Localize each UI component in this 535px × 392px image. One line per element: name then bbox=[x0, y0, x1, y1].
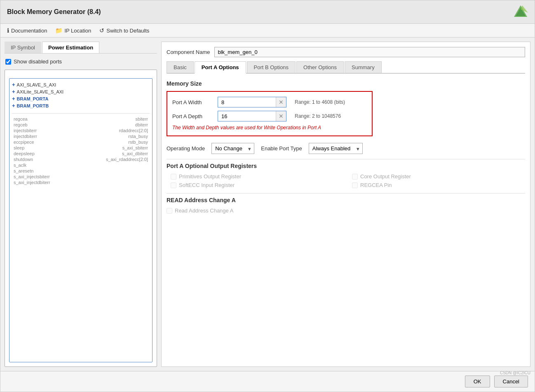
show-disabled-row: Show disabled ports bbox=[5, 57, 157, 66]
tab-port-a-options[interactable]: Port A Options bbox=[195, 61, 246, 74]
logo-icon bbox=[513, 5, 528, 19]
port-row: shutdown s_axi_rdaddrecc[2:0] bbox=[12, 156, 150, 162]
read-address-section: Read Address Change A bbox=[167, 208, 525, 214]
port-a-width-label: Port A Width bbox=[172, 99, 214, 105]
port-row: regcea sbiterr bbox=[12, 116, 150, 122]
left-panel: IP Symbol Power Estimation Show disabled… bbox=[5, 42, 157, 367]
primitives-output-checkbox[interactable] bbox=[171, 174, 176, 180]
folder-icon: 📁 bbox=[55, 27, 62, 34]
enable-port-type-select[interactable]: Always Enabled Use ENA Pin bbox=[309, 143, 363, 154]
main-content: IP Symbol Power Estimation Show disabled… bbox=[0, 37, 535, 371]
watermark: CSDN @IC2ICU bbox=[500, 371, 530, 375]
port-row: s_aclk bbox=[12, 162, 150, 168]
operating-mode-label: Operating Mode bbox=[167, 145, 205, 152]
port-a-depth-range: Range: 2 to 1048576 bbox=[295, 113, 341, 119]
read-address-label: Read Address Change A bbox=[175, 208, 233, 214]
operating-mode-select-container: No Change Read First Write First bbox=[211, 143, 254, 154]
core-output-label: Core Output Register bbox=[360, 173, 411, 180]
ip-location-button[interactable]: 📁 IP Location bbox=[55, 27, 91, 34]
info-icon: ℹ bbox=[7, 27, 9, 34]
tab-basic[interactable]: Basic bbox=[167, 61, 194, 73]
separator-2 bbox=[167, 193, 525, 194]
port-a-width-range: Range: 1 to 4608 (bits) bbox=[295, 99, 345, 105]
operating-mode-row: Operating Mode No Change Read First Writ… bbox=[167, 143, 525, 154]
tab-other-options[interactable]: Other Options bbox=[296, 61, 344, 73]
operating-mode-select[interactable]: No Change Read First Write First bbox=[211, 143, 254, 154]
enable-port-type-label: Enable Port Type bbox=[261, 145, 302, 152]
show-disabled-label: Show disabled ports bbox=[14, 58, 62, 65]
field-note: The Width and Depth values are used for … bbox=[172, 125, 367, 131]
ip-location-label: IP Location bbox=[64, 28, 91, 34]
softecc-input-checkbox[interactable] bbox=[171, 182, 176, 188]
switch-defaults-button[interactable]: ↺ Switch to Defaults bbox=[99, 27, 149, 34]
inner-tabs: Basic Port A Options Port B Options Othe… bbox=[167, 61, 525, 74]
tab-content: Memory Size Port A Width ✕ Range: 1 to 4… bbox=[167, 78, 525, 362]
read-address-title: READ Address Change A bbox=[167, 197, 525, 203]
core-output-checkbox[interactable] bbox=[352, 174, 358, 180]
tab-power-estimation[interactable]: Power Estimation bbox=[42, 42, 99, 53]
component-name-label: Component Name bbox=[167, 49, 210, 55]
port-axi-slave: + AXI_SLAVE_S_AXI bbox=[12, 81, 150, 88]
port-row: injectdbiterr rsta_busy bbox=[12, 133, 150, 139]
component-name-row: Component Name bbox=[167, 47, 525, 57]
primitives-output-label: Primitives Output Register bbox=[179, 173, 241, 180]
symbol-box: + AXI_SLAVE_S_AXI + AXILite_SLAVE_S_AXI … bbox=[9, 78, 153, 362]
port-row: s_axi_injectdbiterr bbox=[12, 180, 150, 185]
port-a-width-input[interactable] bbox=[218, 98, 276, 107]
refresh-icon: ↺ bbox=[99, 27, 104, 34]
checkbox-regcea: REGCEA Pin bbox=[352, 182, 525, 188]
optional-output-title: Port A Optional Output Registers bbox=[167, 163, 525, 169]
tab-ip-symbol[interactable]: IP Symbol bbox=[5, 42, 41, 53]
window-title: Block Memory Generator (8.4) bbox=[7, 8, 101, 16]
port-a-width-row: Port A Width ✕ Range: 1 to 4608 (bits) bbox=[172, 97, 367, 107]
symbol-area: + AXI_SLAVE_S_AXI + AXILite_SLAVE_S_AXI … bbox=[5, 70, 157, 367]
enable-port-type-select-container: Always Enabled Use ENA Pin bbox=[309, 143, 363, 154]
right-panel: Component Name Basic Port A Options Port… bbox=[161, 42, 530, 367]
memory-size-title: Memory Size bbox=[167, 80, 525, 87]
port-a-depth-clear-button[interactable]: ✕ bbox=[276, 111, 286, 121]
regcea-pin-checkbox[interactable] bbox=[352, 182, 358, 188]
documentation-button[interactable]: ℹ Documentation bbox=[7, 27, 47, 34]
toolbar: ℹ Documentation 📁 IP Location ↺ Switch t… bbox=[0, 24, 535, 37]
port-row: regceb dbiterr bbox=[12, 122, 150, 128]
checkbox-read-address: Read Address Change A bbox=[167, 208, 525, 214]
documentation-label: Documentation bbox=[11, 28, 47, 34]
port-a-depth-row: Port A Depth ✕ Range: 2 to 1048576 bbox=[172, 111, 367, 121]
left-tabs: IP Symbol Power Estimation bbox=[5, 42, 157, 54]
show-disabled-checkbox[interactable] bbox=[5, 59, 11, 65]
optional-output-checkboxes: Primitives Output Register Core Output R… bbox=[171, 173, 525, 188]
port-a-depth-input-wrap: ✕ bbox=[218, 111, 286, 121]
main-window: Block Memory Generator (8.4) ℹ Documenta… bbox=[0, 0, 535, 392]
component-name-input[interactable] bbox=[214, 47, 526, 57]
title-bar: Block Memory Generator (8.4) bbox=[0, 0, 535, 24]
softecc-input-label: SoftECC Input Register bbox=[179, 182, 235, 188]
separator-1 bbox=[167, 159, 525, 159]
checkbox-primitives: Primitives Output Register bbox=[171, 173, 344, 180]
port-a-width-clear-button[interactable]: ✕ bbox=[276, 97, 286, 107]
read-address-checkbox[interactable] bbox=[167, 208, 172, 214]
checkbox-softecc: SoftECC Input Register bbox=[171, 182, 344, 188]
regcea-pin-label: REGCEA Pin bbox=[360, 182, 392, 188]
port-a-depth-label: Port A Depth bbox=[172, 113, 214, 119]
port-row: eccpipece rstb_busy bbox=[12, 139, 150, 145]
port-row: injectsbiterr rdaddrecc[2:0] bbox=[12, 128, 150, 133]
port-row: sleep s_axi_sbiterr bbox=[12, 145, 150, 151]
cancel-button[interactable]: Cancel bbox=[494, 376, 528, 387]
port-bram-portb: + BRAM_PORTB bbox=[12, 102, 150, 109]
port-row: s_aresetn bbox=[12, 168, 150, 174]
port-bram-porta: + BRAM_PORTA bbox=[12, 95, 150, 102]
port-axilite-slave: + AXILite_SLAVE_S_AXI bbox=[12, 88, 150, 95]
memory-size-box: Port A Width ✕ Range: 1 to 4608 (bits) P… bbox=[167, 91, 373, 136]
port-row: s_axi_injectsbiterr bbox=[12, 174, 150, 180]
switch-defaults-label: Switch to Defaults bbox=[106, 28, 149, 34]
port-a-width-input-wrap: ✕ bbox=[218, 97, 286, 107]
bottom-bar: CSDN @IC2ICU OK Cancel bbox=[0, 371, 535, 392]
port-row: deepsleep s_axi_dbiterr bbox=[12, 151, 150, 156]
ok-button[interactable]: OK bbox=[465, 376, 490, 387]
checkbox-core: Core Output Register bbox=[352, 173, 525, 180]
port-a-depth-input[interactable] bbox=[218, 112, 276, 121]
tab-port-b-options[interactable]: Port B Options bbox=[247, 61, 296, 73]
tab-summary[interactable]: Summary bbox=[345, 61, 382, 73]
